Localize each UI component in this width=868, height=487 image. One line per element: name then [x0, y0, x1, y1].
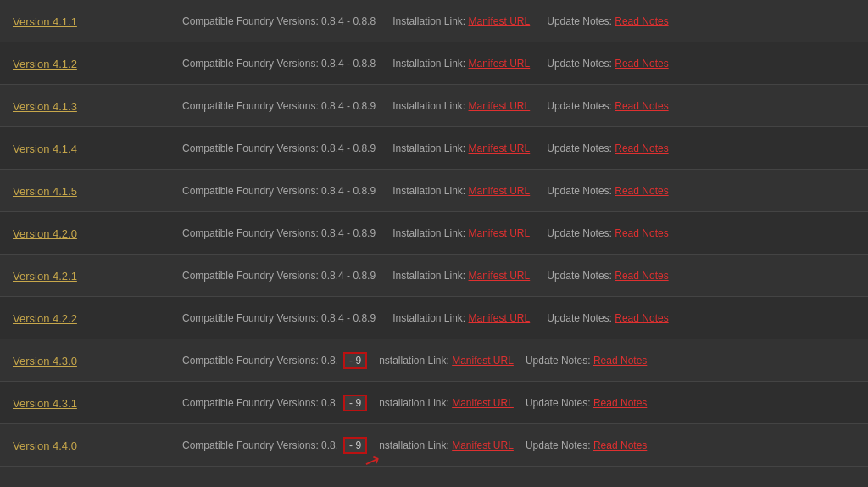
update-notes: Update Notes: Read Notes [547, 143, 668, 154]
version-name-col: Version 4.2.2 [13, 311, 182, 326]
manifest-url-link[interactable]: Manifest URL [469, 312, 531, 324]
version-row: Version 4.2.1Compatible Foundry Versions… [0, 255, 868, 297]
installation-link: Installation Link: Manifest URL [392, 227, 530, 239]
version-link[interactable]: Version 4.3.0 [13, 355, 77, 367]
version-row: Version 4.3.1Compatible Foundry Versions… [0, 382, 868, 424]
update-notes: Update Notes: Read Notes [526, 439, 647, 451]
tooltip-badge: - 9 [343, 352, 367, 369]
read-notes-link[interactable]: Read Notes [615, 58, 668, 70]
read-notes-link[interactable]: Read Notes [615, 270, 668, 282]
compatible-foundry: Compatible Foundry Versions: 0.8.4 - 0.8… [182, 270, 376, 282]
version-details: Compatible Foundry Versions: 0.8.4 - 0.8… [182, 185, 855, 197]
manifest-url-link[interactable]: Manifest URL [469, 100, 531, 112]
version-link[interactable]: Version 4.4.0 [13, 439, 77, 452]
read-notes-link[interactable]: Read Notes [593, 355, 647, 367]
update-notes: Update Notes: Read Notes [547, 270, 668, 282]
version-name-col: Version 4.2.1 [13, 268, 182, 283]
version-link[interactable]: Version 4.1.3 [13, 100, 77, 113]
version-name-col: Version 4.1.1 [13, 14, 182, 29]
read-notes-link[interactable]: Read Notes [615, 312, 668, 324]
version-details: Compatible Foundry Versions: 0.8.4 - 0.8… [182, 143, 855, 154]
update-notes: Update Notes: Read Notes [547, 227, 668, 239]
read-notes-link[interactable]: Read Notes [615, 227, 668, 239]
version-link[interactable]: Version 4.2.1 [13, 270, 77, 283]
manifest-url-link[interactable]: Manifest URL [469, 58, 531, 70]
manifest-url-link[interactable]: Manifest URL [469, 185, 531, 197]
version-name-col: Version 4.4.0 [13, 438, 182, 453]
version-details: Compatible Foundry Versions: 0.8.- 9nsta… [182, 395, 855, 411]
compatible-foundry: Compatible Foundry Versions: 0.8.4 - 0.8… [182, 185, 376, 197]
update-notes: Update Notes: Read Notes [526, 397, 647, 409]
update-notes: Update Notes: Read Notes [547, 58, 668, 70]
installation-link: Installation Link: Manifest URL [392, 143, 530, 154]
version-row: Version 4.1.5Compatible Foundry Versions… [0, 170, 868, 212]
read-notes-link[interactable]: Read Notes [593, 439, 647, 451]
installation-link: Installation Link: Manifest URL [392, 100, 530, 112]
main-container: Version 4.1.1Compatible Foundry Versions… [0, 0, 868, 487]
version-name-col: Version 4.3.1 [13, 395, 182, 411]
installation-link: nstallation Link: Manifest URL [379, 355, 514, 367]
installation-link: Installation Link: Manifest URL [392, 185, 530, 197]
version-row: Version 4.3.0Compatible Foundry Versions… [0, 339, 868, 382]
version-details: Compatible Foundry Versions: 0.8.4 - 0.8… [182, 15, 855, 27]
version-list: Version 4.1.1Compatible Foundry Versions… [0, 0, 868, 467]
version-row: Version 4.1.2Compatible Foundry Versions… [0, 42, 868, 85]
installation-link: nstallation Link: Manifest URL [379, 397, 514, 409]
manifest-url-link[interactable]: Manifest URL [469, 227, 531, 239]
installation-link: nstallation Link: Manifest URL [379, 439, 514, 451]
manifest-url-link[interactable]: Manifest URL [452, 439, 514, 451]
installation-link: Installation Link: Manifest URL [392, 312, 530, 324]
manifest-url-link[interactable]: Manifest URL [452, 355, 514, 367]
version-details: Compatible Foundry Versions: 0.8.4 - 0.8… [182, 227, 855, 239]
version-name-col: Version 4.1.4 [13, 141, 182, 156]
version-details: Compatible Foundry Versions: 0.8.- 9nsta… [182, 437, 855, 454]
compatible-foundry: Compatible Foundry Versions: 0.8. [182, 397, 338, 409]
compatible-foundry: Compatible Foundry Versions: 0.8.4 - 0.8… [182, 100, 376, 112]
update-notes: Update Notes: Read Notes [526, 355, 647, 367]
compatible-foundry: Compatible Foundry Versions: 0.8. [182, 439, 338, 451]
compatible-foundry: Compatible Foundry Versions: 0.8.4 - 0.8… [182, 312, 376, 324]
version-name-col: Version 4.1.2 [13, 56, 182, 71]
version-link[interactable]: Version 4.2.2 [13, 312, 77, 325]
read-notes-link[interactable]: Read Notes [593, 397, 647, 409]
read-notes-link[interactable]: Read Notes [615, 185, 668, 197]
manifest-url-link[interactable]: Manifest URL [452, 397, 514, 409]
version-details: Compatible Foundry Versions: 0.8.4 - 0.8… [182, 100, 855, 112]
version-link[interactable]: Version 4.1.4 [13, 143, 77, 155]
version-link[interactable]: Version 4.1.1 [13, 15, 77, 28]
compatible-foundry: Compatible Foundry Versions: 0.8.4 - 0.8… [182, 227, 376, 239]
installation-link: Installation Link: Manifest URL [392, 15, 530, 27]
update-notes: Update Notes: Read Notes [547, 15, 668, 27]
compatible-foundry: Compatible Foundry Versions: 0.8.4 - 0.8… [182, 143, 376, 154]
version-details: Compatible Foundry Versions: 0.8.- 9nsta… [182, 352, 855, 369]
update-notes: Update Notes: Read Notes [547, 100, 668, 112]
read-notes-link[interactable]: Read Notes [615, 15, 668, 27]
version-row: Version 4.1.1Compatible Foundry Versions… [0, 0, 868, 42]
version-name-col: Version 4.2.0 [13, 226, 182, 241]
version-details: Compatible Foundry Versions: 0.8.4 - 0.8… [182, 270, 855, 282]
manifest-url-link[interactable]: Manifest URL [469, 270, 531, 282]
version-link[interactable]: Version 4.1.5 [13, 185, 77, 198]
version-name-col: Version 4.1.3 [13, 98, 182, 114]
update-notes: Update Notes: Read Notes [547, 312, 668, 324]
version-link[interactable]: Version 4.2.0 [13, 227, 77, 240]
version-details: Compatible Foundry Versions: 0.8.4 - 0.8… [182, 58, 855, 70]
version-row: Version 4.4.0↗Compatible Foundry Version… [0, 424, 868, 467]
version-link[interactable]: Version 4.3.1 [13, 397, 77, 410]
compatible-foundry: Compatible Foundry Versions: 0.8.4 - 0.8… [182, 15, 376, 27]
version-link[interactable]: Version 4.1.2 [13, 58, 77, 70]
version-details: Compatible Foundry Versions: 0.8.4 - 0.8… [182, 312, 855, 324]
compatible-foundry: Compatible Foundry Versions: 0.8. [182, 355, 338, 367]
update-notes: Update Notes: Read Notes [547, 185, 668, 197]
manifest-url-link[interactable]: Manifest URL [469, 143, 531, 154]
installation-link: Installation Link: Manifest URL [392, 58, 530, 70]
version-row: Version 4.1.3Compatible Foundry Versions… [0, 85, 868, 127]
tooltip-badge: - 9 [343, 437, 367, 454]
read-notes-link[interactable]: Read Notes [615, 143, 668, 154]
installation-link: Installation Link: Manifest URL [392, 270, 530, 282]
version-row: Version 4.2.2Compatible Foundry Versions… [0, 297, 868, 339]
read-notes-link[interactable]: Read Notes [615, 100, 668, 112]
version-name-col: Version 4.3.0 [13, 353, 182, 368]
manifest-url-link[interactable]: Manifest URL [469, 15, 531, 27]
version-row: Version 4.1.4Compatible Foundry Versions… [0, 127, 868, 170]
